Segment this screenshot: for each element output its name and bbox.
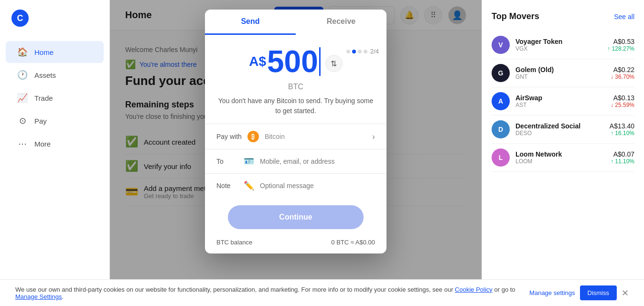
mover-icon-gnt: G (492, 64, 510, 82)
currency-label: BTC (288, 83, 303, 91)
mover-name-loom: Loom Network (515, 150, 605, 158)
mover-item-vgx[interactable]: V Voyager Token VGX A$0.53 ↑ 128.27% (492, 31, 634, 59)
to-row[interactable]: To 🪪 (205, 149, 386, 173)
mover-name-vgx: Voyager Token (515, 38, 601, 45)
dot-3 (358, 50, 362, 53)
close-cookie-button[interactable]: ✕ (622, 288, 629, 298)
sidebar-item-trade-label: Trade (34, 94, 53, 102)
logo-icon: C (11, 10, 29, 27)
top-movers-header: Top Movers See all (492, 11, 634, 21)
mover-val-vgx: A$0.53 (607, 38, 634, 45)
mover-price-gnt: A$0.22 ↓ 36.70% (611, 66, 634, 80)
mover-ticker-vgx: VGX (515, 45, 601, 52)
mover-ticker-gnt: GNT (515, 74, 605, 80)
mover-info-ast: AirSwap AST (515, 94, 605, 108)
mover-icon-loom: L (492, 148, 510, 167)
cookie-actions: Manage settings Dismiss ✕ (529, 285, 629, 300)
sidebar-item-more-label: More (34, 140, 51, 148)
form-fields: Pay with ₿ Bitcoin › To 🪪 Note ✏️ (205, 124, 386, 198)
mover-change-loom: ↑ 11.10% (611, 158, 634, 165)
modal-overlay: Send Receive A$ 500 ⇅ BTC (110, 0, 482, 306)
mover-name-deso: Decentralized Social (515, 122, 604, 130)
mover-item-gnt[interactable]: G Golem (Old) GNT A$0.22 ↓ 36.70% (492, 59, 634, 87)
progress-label: 2/4 (370, 48, 379, 55)
top-movers-title: Top Movers (492, 11, 539, 21)
dot-1 (346, 50, 350, 53)
switch-currency-button[interactable]: ⇅ (325, 55, 343, 72)
pay-with-row[interactable]: Pay with ₿ Bitcoin › (205, 124, 386, 149)
mover-name-ast: AirSwap (515, 94, 605, 102)
pay-with-value: Bitcoin (265, 133, 366, 140)
sidebar-item-pay-label: Pay (34, 117, 47, 125)
trade-icon: 📈 (17, 93, 28, 103)
balance-row: BTC balance 0 BTC ≈ A$0.00 (205, 239, 386, 253)
progress-dots (346, 50, 367, 53)
sidebar-item-assets[interactable]: 🕐 Assets (6, 64, 104, 86)
to-input[interactable] (260, 158, 375, 165)
mover-change-deso: ↑ 16.10% (610, 130, 634, 137)
tab-send[interactable]: Send (205, 10, 296, 35)
cookie-text: We use our own and third-party cookies o… (15, 286, 520, 300)
assets-icon: 🕐 (17, 70, 28, 80)
mover-item-loom[interactable]: L Loom Network LOOM A$0.07 ↑ 11.10% (492, 144, 634, 172)
mover-price-ast: A$0.13 ↓ 25.59% (611, 94, 634, 108)
mover-change-ast: ↓ 25.59% (611, 102, 634, 108)
note-input[interactable] (260, 182, 375, 190)
continue-area: Continue (205, 198, 386, 239)
mover-ticker-loom: LOOM (515, 158, 605, 165)
note-label: Note (216, 182, 238, 190)
sidebar-item-home-label: Home (34, 48, 54, 56)
dismiss-button[interactable]: Dismiss (580, 285, 617, 300)
dot-2 (352, 50, 356, 53)
mover-change-vgx: ↑ 128.27% (607, 45, 634, 52)
mover-name-gnt: Golem (Old) (515, 66, 605, 74)
cursor-blink (319, 47, 321, 76)
mover-info-vgx: Voyager Token VGX (515, 38, 601, 52)
mover-info-loom: Loom Network LOOM (515, 150, 605, 165)
mover-icon-deso: D (492, 120, 510, 138)
sidebar-nav: 🏠 Home 🕐 Assets 📈 Trade ⊙ Pay ⋯ More (0, 36, 109, 306)
manage-settings-button[interactable]: Manage settings (529, 289, 575, 296)
logo-area: C (0, 0, 109, 36)
mover-info-deso: Decentralized Social DESO (515, 122, 604, 137)
currency-prefix: A$ (249, 54, 266, 69)
dot-4 (364, 50, 367, 53)
to-label: To (216, 158, 238, 165)
mover-price-deso: A$13.40 ↑ 16.10% (610, 122, 634, 137)
mover-icon-vgx: V (492, 36, 510, 54)
mover-val-gnt: A$0.22 (611, 66, 634, 74)
sidebar-item-more[interactable]: ⋯ More (6, 133, 104, 155)
see-all-link[interactable]: See all (614, 13, 634, 21)
balance-value: 0 BTC ≈ A$0.00 (331, 239, 375, 246)
mover-item-deso[interactable]: D Decentralized Social DESO A$13.40 ↑ 16… (492, 116, 634, 144)
manage-settings-link[interactable]: Manage Settings (15, 293, 62, 300)
pay-with-label: Pay with (216, 133, 242, 140)
mover-val-loom: A$0.07 (611, 150, 634, 158)
amount-value[interactable]: 500 (267, 46, 318, 77)
sidebar-item-assets-label: Assets (34, 71, 56, 79)
mover-ticker-ast: AST (515, 102, 605, 108)
note-row[interactable]: Note ✏️ (205, 173, 386, 198)
continue-button[interactable]: Continue (228, 205, 364, 229)
warning-text: You don't have any Bitcoin to send. Try … (216, 96, 375, 116)
right-panel: Top Movers See all V Voyager Token VGX A… (482, 0, 644, 306)
main-content: Home Buy / Sell Send / Receive 🔔 ⠿ 👤 Wel… (110, 0, 482, 306)
cookie-text-2: or go to (494, 286, 515, 293)
sidebar-item-pay[interactable]: ⊙ Pay (6, 110, 104, 132)
sidebar-item-trade[interactable]: 📈 Trade (6, 87, 104, 109)
pencil-icon: ✏️ (244, 180, 254, 191)
cookie-text-main: We use our own and third-party cookies o… (15, 286, 453, 293)
tab-receive[interactable]: Receive (296, 10, 386, 35)
arrow-right-icon: › (372, 132, 375, 142)
mover-price-vgx: A$0.53 ↑ 128.27% (607, 38, 634, 52)
bitcoin-icon: ₿ (247, 131, 259, 142)
amount-display: A$ 500 (249, 46, 321, 77)
cookie-policy-link[interactable]: Cookie Policy (455, 286, 493, 293)
sidebar: C 🏠 Home 🕐 Assets 📈 Trade ⊙ Pay ⋯ More (0, 0, 110, 306)
more-icon: ⋯ (17, 138, 28, 149)
mover-ticker-deso: DESO (515, 130, 604, 137)
mover-item-ast[interactable]: A AirSwap AST A$0.13 ↓ 25.59% (492, 87, 634, 116)
balance-label: BTC balance (216, 239, 252, 246)
amount-area: A$ 500 ⇅ BTC 2/ (205, 35, 386, 124)
sidebar-item-home[interactable]: 🏠 Home (6, 41, 104, 63)
